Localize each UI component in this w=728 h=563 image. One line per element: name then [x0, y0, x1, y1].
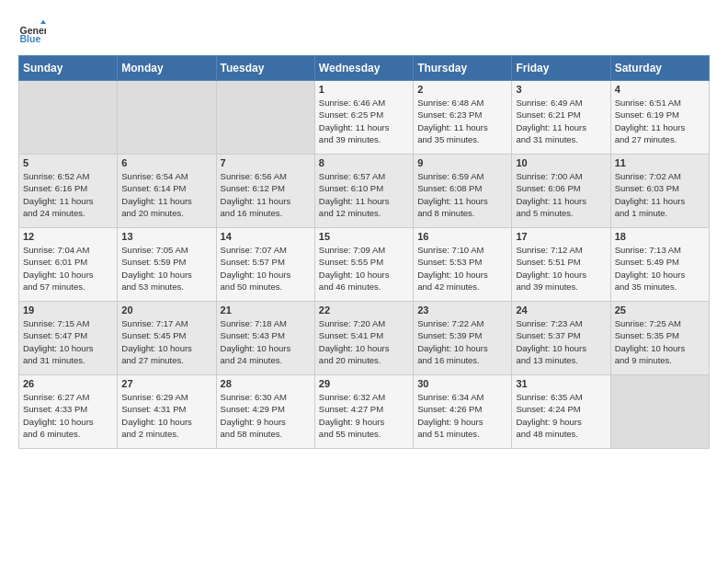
calendar-cell: 23Sunrise: 7:22 AM Sunset: 5:39 PM Dayli…	[414, 302, 512, 375]
day-info: Sunrise: 6:46 AM Sunset: 6:25 PM Dayligh…	[319, 97, 409, 145]
calendar-cell	[610, 375, 709, 449]
day-number: 26	[23, 378, 113, 389]
calendar-cell: 7Sunrise: 6:56 AM Sunset: 6:12 PM Daylig…	[216, 155, 314, 228]
day-info: Sunrise: 7:22 AM Sunset: 5:39 PM Dayligh…	[417, 317, 507, 366]
day-info: Sunrise: 7:18 AM Sunset: 5:43 PM Dayligh…	[221, 317, 311, 366]
calendar-cell: 9Sunrise: 6:59 AM Sunset: 6:08 PM Daylig…	[414, 155, 512, 228]
day-info: Sunrise: 7:07 AM Sunset: 5:57 PM Dayligh…	[221, 244, 311, 293]
day-info: Sunrise: 7:00 AM Sunset: 6:06 PM Dayligh…	[516, 170, 606, 219]
day-number: 31	[516, 378, 606, 389]
day-number: 18	[615, 231, 705, 242]
day-number: 4	[615, 84, 705, 95]
day-info: Sunrise: 6:52 AM Sunset: 6:16 PM Dayligh…	[23, 170, 113, 219]
day-number: 21	[221, 304, 311, 316]
day-info: Sunrise: 7:09 AM Sunset: 5:55 PM Dayligh…	[319, 244, 409, 293]
day-info: Sunrise: 7:20 AM Sunset: 5:41 PM Dayligh…	[319, 317, 409, 366]
day-info: Sunrise: 6:48 AM Sunset: 6:23 PM Dayligh…	[417, 97, 507, 145]
day-number: 14	[221, 231, 311, 242]
calendar-cell: 29Sunrise: 6:32 AM Sunset: 4:27 PM Dayli…	[314, 375, 413, 449]
calendar-cell: 20Sunrise: 7:17 AM Sunset: 5:45 PM Dayli…	[118, 302, 216, 375]
day-number: 11	[615, 157, 705, 168]
calendar-cell: 4Sunrise: 6:51 AM Sunset: 6:19 PM Daylig…	[610, 81, 709, 155]
calendar-cell: 1Sunrise: 6:46 AM Sunset: 6:25 PM Daylig…	[314, 81, 413, 155]
day-info: Sunrise: 6:56 AM Sunset: 6:12 PM Dayligh…	[221, 170, 311, 219]
day-info: Sunrise: 6:32 AM Sunset: 4:27 PM Dayligh…	[319, 391, 409, 440]
day-number: 9	[417, 157, 507, 168]
calendar-cell: 6Sunrise: 6:54 AM Sunset: 6:14 PM Daylig…	[118, 155, 216, 228]
day-info: Sunrise: 7:04 AM Sunset: 6:01 PM Dayligh…	[23, 244, 113, 293]
day-number: 8	[319, 157, 409, 168]
weekday-header: Sunday	[19, 56, 118, 81]
day-info: Sunrise: 7:15 AM Sunset: 5:47 PM Dayligh…	[23, 317, 113, 366]
day-info: Sunrise: 6:54 AM Sunset: 6:14 PM Dayligh…	[121, 170, 211, 219]
day-info: Sunrise: 6:27 AM Sunset: 4:33 PM Dayligh…	[23, 391, 113, 440]
page-header: General Blue	[18, 18, 710, 46]
day-number: 22	[319, 304, 409, 316]
day-info: Sunrise: 6:57 AM Sunset: 6:10 PM Dayligh…	[319, 170, 409, 219]
day-number: 29	[319, 378, 409, 389]
calendar-cell: 14Sunrise: 7:07 AM Sunset: 5:57 PM Dayli…	[216, 228, 314, 302]
day-info: Sunrise: 7:10 AM Sunset: 5:53 PM Dayligh…	[417, 244, 507, 293]
day-number: 27	[121, 378, 211, 389]
calendar-cell: 16Sunrise: 7:10 AM Sunset: 5:53 PM Dayli…	[414, 228, 512, 302]
calendar-cell: 31Sunrise: 6:35 AM Sunset: 4:24 PM Dayli…	[512, 375, 610, 449]
day-number: 3	[516, 84, 606, 95]
weekday-header: Monday	[118, 56, 216, 81]
day-info: Sunrise: 7:05 AM Sunset: 5:59 PM Dayligh…	[121, 244, 211, 293]
day-number: 19	[23, 304, 113, 316]
day-number: 20	[121, 304, 211, 316]
day-info: Sunrise: 6:35 AM Sunset: 4:24 PM Dayligh…	[516, 391, 606, 440]
calendar-cell: 3Sunrise: 6:49 AM Sunset: 6:21 PM Daylig…	[512, 81, 610, 155]
calendar-cell	[19, 81, 118, 155]
calendar-cell: 17Sunrise: 7:12 AM Sunset: 5:51 PM Dayli…	[512, 228, 610, 302]
calendar-cell: 11Sunrise: 7:02 AM Sunset: 6:03 PM Dayli…	[610, 155, 709, 228]
calendar-cell: 8Sunrise: 6:57 AM Sunset: 6:10 PM Daylig…	[314, 155, 413, 228]
weekday-header: Wednesday	[314, 56, 413, 81]
day-number: 1	[319, 84, 409, 95]
calendar-cell: 10Sunrise: 7:00 AM Sunset: 6:06 PM Dayli…	[512, 155, 610, 228]
day-number: 6	[121, 157, 211, 168]
calendar-cell: 12Sunrise: 7:04 AM Sunset: 6:01 PM Dayli…	[19, 228, 118, 302]
calendar-cell: 25Sunrise: 7:25 AM Sunset: 5:35 PM Dayli…	[610, 302, 709, 375]
day-info: Sunrise: 7:02 AM Sunset: 6:03 PM Dayligh…	[615, 170, 705, 219]
day-info: Sunrise: 7:13 AM Sunset: 5:49 PM Dayligh…	[615, 244, 705, 293]
day-number: 30	[417, 378, 507, 389]
day-info: Sunrise: 7:12 AM Sunset: 5:51 PM Dayligh…	[516, 244, 606, 293]
day-number: 15	[319, 231, 409, 242]
day-number: 2	[417, 84, 507, 95]
svg-text:Blue: Blue	[20, 33, 41, 44]
day-info: Sunrise: 6:59 AM Sunset: 6:08 PM Dayligh…	[417, 170, 507, 219]
day-info: Sunrise: 7:25 AM Sunset: 5:35 PM Dayligh…	[615, 317, 705, 366]
day-number: 28	[221, 378, 311, 389]
calendar-cell: 18Sunrise: 7:13 AM Sunset: 5:49 PM Dayli…	[610, 228, 709, 302]
calendar-cell: 5Sunrise: 6:52 AM Sunset: 6:16 PM Daylig…	[19, 155, 118, 228]
day-info: Sunrise: 7:23 AM Sunset: 5:37 PM Dayligh…	[516, 317, 606, 366]
calendar-cell: 15Sunrise: 7:09 AM Sunset: 5:55 PM Dayli…	[314, 228, 413, 302]
logo-icon: General Blue	[18, 18, 46, 46]
day-number: 7	[221, 157, 311, 168]
day-number: 24	[516, 304, 606, 316]
calendar-cell: 13Sunrise: 7:05 AM Sunset: 5:59 PM Dayli…	[118, 228, 216, 302]
calendar-cell: 27Sunrise: 6:29 AM Sunset: 4:31 PM Dayli…	[118, 375, 216, 449]
day-number: 12	[23, 231, 113, 242]
calendar-cell: 24Sunrise: 7:23 AM Sunset: 5:37 PM Dayli…	[512, 302, 610, 375]
weekday-header: Tuesday	[216, 56, 314, 81]
day-number: 5	[23, 157, 113, 168]
day-number: 17	[516, 231, 606, 242]
logo: General Blue	[18, 18, 50, 46]
weekday-header: Friday	[512, 56, 610, 81]
day-number: 16	[417, 231, 507, 242]
day-info: Sunrise: 6:34 AM Sunset: 4:26 PM Dayligh…	[417, 391, 507, 440]
day-number: 23	[417, 304, 507, 316]
calendar-cell: 21Sunrise: 7:18 AM Sunset: 5:43 PM Dayli…	[216, 302, 314, 375]
weekday-header: Saturday	[610, 56, 709, 81]
day-number: 25	[615, 304, 705, 316]
calendar-cell	[216, 81, 314, 155]
day-info: Sunrise: 6:30 AM Sunset: 4:29 PM Dayligh…	[221, 391, 311, 440]
day-info: Sunrise: 6:51 AM Sunset: 6:19 PM Dayligh…	[615, 97, 705, 145]
day-number: 13	[121, 231, 211, 242]
calendar-cell	[118, 81, 216, 155]
calendar-table: SundayMondayTuesdayWednesdayThursdayFrid…	[18, 55, 710, 449]
calendar-cell: 22Sunrise: 7:20 AM Sunset: 5:41 PM Dayli…	[314, 302, 413, 375]
day-info: Sunrise: 6:49 AM Sunset: 6:21 PM Dayligh…	[516, 97, 606, 145]
